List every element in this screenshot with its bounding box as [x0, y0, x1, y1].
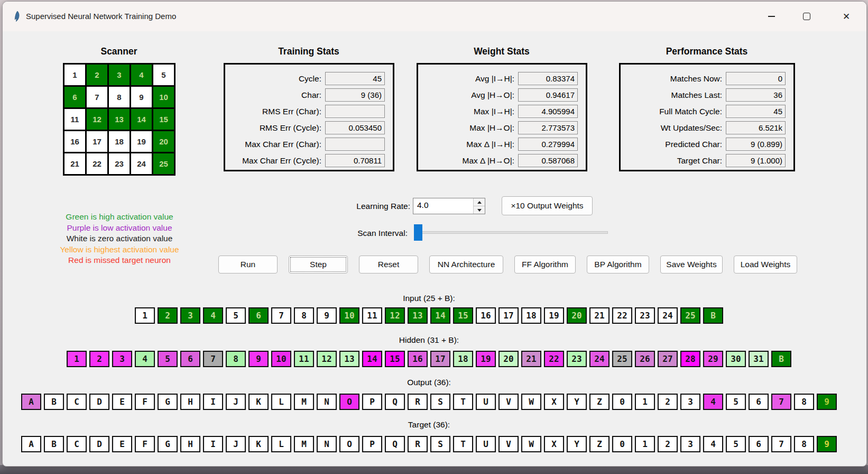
spin-down-button[interactable] — [474, 206, 485, 214]
input-layer-cells: 1234567891011121314151617181920212223242… — [135, 307, 723, 324]
neuron-cell: 7 — [771, 436, 791, 452]
neuron-cell: 18 — [453, 351, 473, 367]
stat-label: Max |I→H|: — [474, 107, 514, 116]
neuron-cell: 2 — [158, 307, 178, 324]
scanner-cell: 23 — [109, 153, 130, 174]
neuron-cell: 5 — [726, 436, 746, 452]
stat-value-field — [325, 105, 385, 118]
save-weights-button[interactable]: Save Weights — [660, 256, 723, 274]
neuron-cell: 4 — [703, 436, 723, 452]
close-icon: ✕ — [843, 12, 850, 21]
neuron-cell: E — [112, 436, 132, 452]
x10-output-weights-button[interactable]: ×10 Output Weights — [502, 196, 593, 215]
stat-label: RMS Err (Cycle): — [260, 123, 321, 133]
run-button[interactable]: Run — [218, 256, 278, 274]
target-layer-cells: ABCDEFGHIJKLMNOPQRSTUVWXYZ0123456789 — [21, 436, 837, 452]
neuron-cell: O — [339, 394, 359, 410]
neuron-cell: 3 — [680, 394, 700, 410]
neuron-cell: A — [21, 394, 41, 410]
learning-rate-input[interactable] — [416, 200, 471, 211]
neuron-cell: 22 — [612, 307, 632, 324]
input-layer: Input (25 + B): 123456789101112131415161… — [135, 294, 723, 303]
neuron-cell: R — [408, 436, 428, 452]
neuron-cell: O — [339, 436, 359, 452]
maximize-button[interactable] — [795, 5, 819, 28]
scanner-cell: 4 — [131, 65, 152, 85]
stat-value-field: 0.83374 — [518, 72, 578, 85]
neuron-cell: 31 — [749, 351, 769, 367]
neuron-cell: 23 — [567, 351, 587, 367]
neuron-cell: 24 — [589, 351, 610, 367]
stat-label: Matches Last: — [671, 90, 723, 100]
python-feather-icon — [12, 11, 22, 22]
neuron-cell: 19 — [544, 307, 564, 324]
neuron-cell: 30 — [726, 351, 746, 367]
scanner-cell: 19 — [131, 131, 152, 152]
stat-value-field: 0.053450 — [325, 121, 385, 134]
hidden-layer-label: Hidden (31 + B): — [67, 335, 791, 345]
neuron-cell: J — [226, 436, 246, 452]
reset-button[interactable]: Reset — [359, 256, 418, 274]
scanner-cell: 20 — [153, 131, 174, 152]
stat-value-field: 0.279994 — [518, 138, 578, 151]
training-stats-box: Cycle:45Char:9 (36)RMS Err (Char):RMS Er… — [224, 63, 394, 171]
minimize-button[interactable] — [759, 5, 783, 28]
scan-interval-slider[interactable] — [414, 224, 610, 241]
neuron-cell: 23 — [635, 307, 655, 324]
slider-track[interactable] — [415, 231, 608, 234]
bp-algorithm-button[interactable]: BP Algorithm — [587, 256, 649, 274]
ff-algorithm-button[interactable]: FF Algorithm — [514, 256, 576, 274]
scanner-cell: 3 — [109, 65, 130, 85]
neuron-cell: 1 — [635, 394, 655, 410]
close-button[interactable]: ✕ — [834, 5, 858, 28]
neuron-cell: N — [317, 394, 337, 410]
window-title: Supervised Neural Network Training Demo — [26, 12, 176, 21]
stat-value-field: 45 — [325, 72, 385, 85]
neuron-cell: F — [135, 394, 155, 410]
neuron-cell: M — [294, 394, 314, 410]
neuron-cell: 9 — [248, 351, 269, 367]
stat-label: Cycle: — [299, 74, 321, 84]
stat-row: Matches Last:36 — [621, 87, 786, 103]
neuron-cell: 9 — [817, 394, 837, 410]
slider-handle[interactable] — [414, 224, 422, 241]
performance-stats-title: Performance Stats — [627, 46, 786, 57]
neuron-cell: T — [453, 394, 473, 410]
neuron-cell: J — [226, 394, 246, 410]
scanner-cell: 14 — [131, 109, 152, 130]
hidden-layer: Hidden (31 + B): 12345678910111213141516… — [67, 335, 791, 345]
nn-architecture-button[interactable]: NN Architecture — [429, 256, 503, 274]
stat-row: RMS Err (Char): — [225, 103, 385, 120]
scanner-cell: 21 — [64, 153, 85, 174]
neuron-cell: L — [271, 436, 291, 452]
learning-rate-spinbox[interactable] — [413, 198, 485, 214]
step-button[interactable]: Step — [289, 256, 348, 274]
stat-value-field: 36 — [726, 88, 786, 102]
training-stats-title: Training Stats — [229, 46, 388, 57]
scanner-cell: 24 — [131, 153, 152, 174]
stat-row: Max |I→H|:4.905994 — [418, 103, 578, 120]
load-weights-button[interactable]: Load Weights — [734, 256, 797, 274]
neuron-cell: F — [135, 436, 155, 452]
neuron-cell: 21 — [521, 351, 541, 367]
neuron-cell: 7 — [271, 307, 291, 324]
neuron-cell: B — [44, 436, 64, 452]
action-button-row: RunStepResetNN ArchitectureFF AlgorithmB… — [218, 256, 797, 274]
stat-label: Avg |H→O|: — [471, 90, 514, 100]
stat-row: Max |H→O|:2.773573 — [418, 120, 578, 136]
scanner-cell: 2 — [87, 65, 107, 85]
spin-up-button[interactable] — [474, 198, 485, 206]
neuron-cell: M — [294, 436, 314, 452]
neuron-cell: 16 — [476, 307, 496, 324]
neuron-cell: 1 — [135, 307, 155, 324]
neuron-cell: V — [498, 394, 519, 410]
neuron-cell: 0 — [612, 436, 632, 452]
neuron-cell: 2 — [658, 394, 678, 410]
scanner-cell: 12 — [87, 109, 107, 130]
scanner-cell: 22 — [87, 153, 107, 174]
stat-label: Max Char Err (Char): — [245, 140, 321, 149]
stat-label: RMS Err (Char): — [262, 107, 321, 116]
neuron-cell: 1 — [67, 351, 87, 367]
neuron-cell: B — [44, 394, 64, 410]
neuron-cell: 15 — [453, 307, 473, 324]
